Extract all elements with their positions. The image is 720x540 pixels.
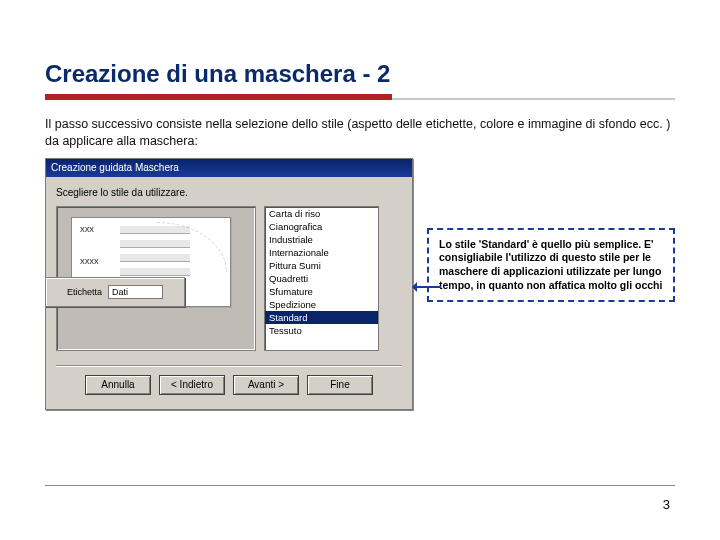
style-item[interactable]: Internazionale [265, 246, 378, 259]
style-item[interactable]: Carta di riso [265, 207, 378, 220]
style-item[interactable]: Pittura Sumi [265, 259, 378, 272]
style-item[interactable]: Quadretti [265, 272, 378, 285]
title-rule [45, 94, 675, 100]
page-title: Creazione di una maschera - 2 [45, 60, 675, 88]
arrow-icon [413, 286, 441, 288]
cancel-button[interactable]: Annulla [85, 375, 151, 395]
preview-label-1: XXX [80, 226, 94, 233]
popup-label: Etichetta [67, 287, 102, 297]
style-item[interactable]: Tessuto [265, 324, 378, 337]
page-number: 3 [663, 497, 670, 512]
dialog-separator [56, 365, 402, 367]
wizard-dialog: Creazione guidata Maschera Scegliere lo … [45, 158, 413, 410]
style-item[interactable]: Sfumature [265, 285, 378, 298]
preview-popup: Etichetta Dati [45, 277, 185, 307]
footer-rule [45, 485, 675, 486]
annotation-note: Lo stile 'Standard' è quello più semplic… [427, 228, 675, 303]
style-item[interactable]: Spedizione [265, 298, 378, 311]
style-item[interactable]: Standard [265, 311, 378, 324]
finish-button[interactable]: Fine [307, 375, 373, 395]
style-item[interactable]: Cianografica [265, 220, 378, 233]
next-button[interactable]: Avanti > [233, 375, 299, 395]
preview-label-2: XXXX [80, 258, 99, 265]
intro-text: Il passo successivo consiste nella selez… [45, 116, 675, 150]
back-button[interactable]: < Indietro [159, 375, 225, 395]
style-listbox[interactable]: Carta di risoCianograficaIndustrialeInte… [264, 206, 379, 351]
style-preview: XXX XXXX Etichetta Dati [56, 206, 256, 351]
popup-value: Dati [108, 285, 163, 299]
dialog-titlebar: Creazione guidata Maschera [46, 159, 412, 177]
dialog-prompt: Scegliere lo stile da utilizzare. [56, 187, 402, 198]
style-item[interactable]: Industriale [265, 233, 378, 246]
